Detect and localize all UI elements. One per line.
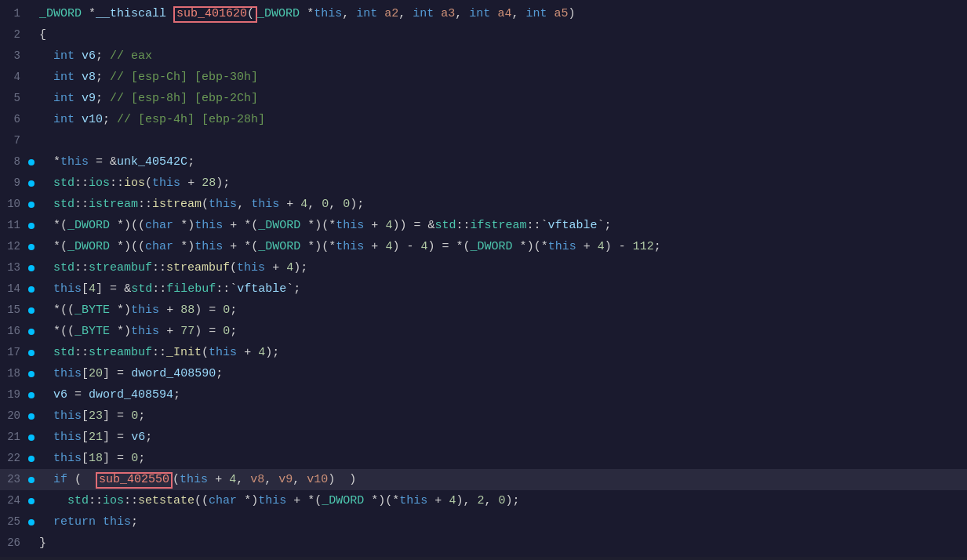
line-number: 2	[0, 24, 27, 45]
code-line: 13 std::streambuf::streambuf(this + 4);	[0, 257, 967, 278]
code-content: int v8; // [esp-Ch] [ebp-30h]	[36, 67, 967, 88]
code-line: 7	[0, 130, 967, 151]
code-content: }	[36, 533, 967, 554]
breakpoint-dot	[28, 350, 35, 356]
breakpoint-col[interactable]	[27, 456, 36, 462]
breakpoint-col[interactable]	[27, 435, 36, 441]
breakpoint-dot	[28, 202, 35, 208]
breakpoint-dot	[28, 244, 35, 250]
breakpoint-dot	[28, 413, 35, 420]
breakpoint-col[interactable]	[27, 180, 36, 187]
breakpoint-col[interactable]	[27, 265, 36, 271]
code-content: *((_BYTE *)this + 77) = 0;	[36, 321, 967, 342]
line-number: 12	[0, 236, 27, 257]
breakpoint-dot	[28, 477, 35, 483]
code-content: if ( sub_402550(this + 4, v8, v9, v10) )	[36, 469, 967, 490]
line-number: 13	[0, 257, 27, 278]
code-line: 23 if ( sub_402550(this + 4, v8, v9, v10…	[0, 469, 967, 490]
breakpoint-col[interactable]	[27, 307, 36, 314]
line-number: 15	[0, 300, 27, 321]
code-content: std::istream::istream(this, this + 4, 0,…	[36, 194, 967, 215]
code-line: 24 std::ios::setstate((char *)this + *(_…	[0, 490, 967, 511]
line-number: 4	[0, 67, 27, 88]
breakpoint-dot	[28, 392, 35, 398]
line-number: 10	[0, 194, 27, 215]
line-number: 7	[0, 130, 27, 151]
code-content: *((_BYTE *)this + 88) = 0;	[36, 300, 967, 321]
code-content: *this = &unk_40542C;	[36, 151, 967, 173]
code-content: *(_DWORD *)((char *)this + *(_DWORD *)(*…	[36, 236, 967, 257]
breakpoint-col[interactable]	[27, 329, 36, 335]
breakpoint-col[interactable]	[27, 477, 36, 483]
code-line: 26}	[0, 533, 967, 554]
code-view: 1_DWORD *__thiscall sub_401620(_DWORD *t…	[0, 0, 967, 557]
code-line: 18 this[20] = dword_408590;	[0, 363, 967, 384]
code-line: 11 *(_DWORD *)((char *)this + *(_DWORD *…	[0, 215, 967, 236]
breakpoint-dot	[28, 159, 35, 165]
breakpoint-dot	[28, 180, 35, 187]
breakpoint-col[interactable]	[27, 371, 36, 377]
code-content: this[23] = 0;	[36, 405, 967, 427]
code-line: 22 this[18] = 0;	[0, 448, 967, 469]
breakpoint-col[interactable]	[27, 392, 36, 398]
line-number: 3	[0, 45, 27, 67]
breakpoint-col[interactable]	[27, 244, 36, 250]
code-line: 15 *((_BYTE *)this + 88) = 0;	[0, 300, 967, 321]
breakpoint-col[interactable]	[27, 286, 36, 293]
breakpoint-dot	[28, 265, 35, 271]
code-line: 20 this[23] = 0;	[0, 405, 967, 427]
line-number: 6	[0, 109, 27, 130]
code-content: *(_DWORD *)((char *)this + *(_DWORD *)(*…	[36, 215, 967, 236]
line-number: 9	[0, 173, 27, 194]
breakpoint-col[interactable]	[27, 519, 36, 525]
breakpoint-col[interactable]	[27, 159, 36, 165]
line-number: 21	[0, 427, 27, 448]
breakpoint-col[interactable]	[27, 413, 36, 420]
line-number: 1	[0, 3, 27, 24]
line-number: 5	[0, 88, 27, 109]
code-content: int v9; // [esp-8h] [ebp-2Ch]	[36, 88, 967, 109]
code-line: 2{	[0, 24, 967, 45]
code-content: {	[36, 24, 967, 45]
breakpoint-dot	[28, 498, 35, 504]
code-line: 14 this[4] = &std::filebuf::`vftable`;	[0, 278, 967, 300]
code-line: 9 std::ios::ios(this + 28);	[0, 173, 967, 194]
breakpoint-dot	[28, 371, 35, 377]
code-content: this[20] = dword_408590;	[36, 363, 967, 384]
code-line: 25 return this;	[0, 511, 967, 533]
code-content: std::ios::ios(this + 28);	[36, 173, 967, 194]
line-number: 26	[0, 533, 27, 554]
line-number: 18	[0, 363, 27, 384]
code-content: std::ios::setstate((char *)this + *(_DWO…	[36, 490, 967, 511]
line-number: 25	[0, 511, 27, 533]
code-line: 16 *((_BYTE *)this + 77) = 0;	[0, 321, 967, 342]
code-line: 21 this[21] = v6;	[0, 427, 967, 448]
breakpoint-dot	[28, 456, 35, 462]
breakpoint-dot	[28, 519, 35, 525]
code-content: this[21] = v6;	[36, 427, 967, 448]
line-number: 11	[0, 215, 27, 236]
breakpoint-dot	[28, 307, 35, 314]
code-line: 10 std::istream::istream(this, this + 4,…	[0, 194, 967, 215]
breakpoint-col[interactable]	[27, 350, 36, 356]
breakpoint-dot	[28, 286, 35, 293]
code-content: return this;	[36, 511, 967, 533]
code-content: int v10; // [esp-4h] [ebp-28h]	[36, 109, 967, 130]
line-number: 20	[0, 405, 27, 427]
code-content: _DWORD *__thiscall sub_401620(_DWORD *th…	[36, 3, 967, 24]
line-number: 23	[0, 469, 27, 490]
code-line: 5 int v9; // [esp-8h] [ebp-2Ch]	[0, 88, 967, 109]
breakpoint-col[interactable]	[27, 223, 36, 229]
line-number: 17	[0, 342, 27, 363]
line-number: 16	[0, 321, 27, 342]
code-line: 3 int v6; // eax	[0, 45, 967, 67]
code-content: std::streambuf::_Init(this + 4);	[36, 342, 967, 363]
breakpoint-col[interactable]	[27, 202, 36, 208]
code-line: 8 *this = &unk_40542C;	[0, 151, 967, 173]
code-content: std::streambuf::streambuf(this + 4);	[36, 257, 967, 278]
code-line: 17 std::streambuf::_Init(this + 4);	[0, 342, 967, 363]
code-line: 6 int v10; // [esp-4h] [ebp-28h]	[0, 109, 967, 130]
line-number: 14	[0, 278, 27, 300]
breakpoint-col[interactable]	[27, 498, 36, 504]
code-content: this[18] = 0;	[36, 448, 967, 469]
